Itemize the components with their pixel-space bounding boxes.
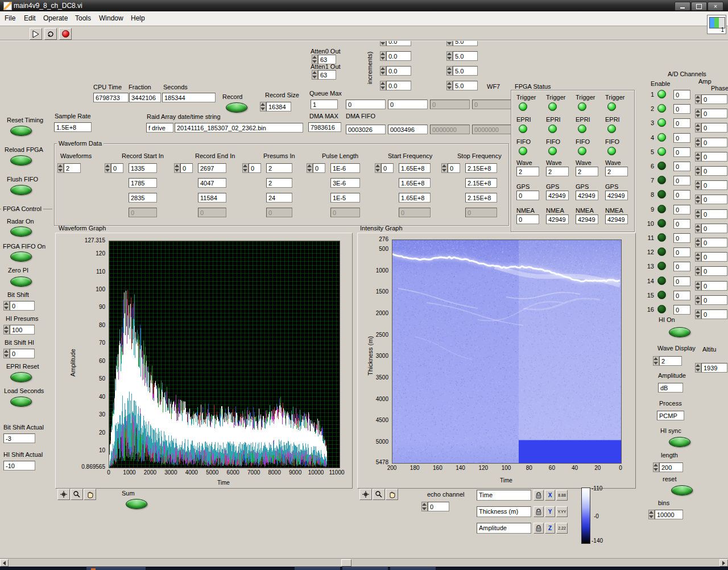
partial-right-increment[interactable]: [446, 81, 453, 90]
column-index-increment[interactable]: [441, 163, 448, 173]
partial-left-increment[interactable]: [380, 41, 386, 46]
ad-phase-field[interactable]: 0: [701, 180, 727, 190]
taskbar-button[interactable]: [390, 567, 436, 570]
ad-phase-field[interactable]: 0: [701, 109, 727, 118]
process-dropdown[interactable]: PCMP: [657, 411, 684, 420]
column-value-field[interactable]: 3E-6: [330, 178, 360, 188]
record-button[interactable]: [226, 102, 247, 113]
ad-phase-increment[interactable]: [695, 238, 701, 247]
ad-phase-field[interactable]: 0: [701, 281, 727, 291]
ad-phase-increment[interactable]: [695, 224, 701, 233]
ad-phase-increment[interactable]: [695, 209, 701, 219]
radar-on-button[interactable]: [10, 226, 32, 237]
bins-field[interactable]: 10000: [655, 510, 683, 519]
scrollbar-thumb[interactable]: [341, 559, 351, 567]
axis-autoscale-button[interactable]: Y: [545, 506, 555, 517]
ad-enable-led[interactable]: [657, 133, 666, 142]
partial-right-increment[interactable]: [446, 41, 453, 46]
ad-enable-led[interactable]: [657, 219, 666, 228]
column-value-field[interactable]: 4047: [198, 178, 226, 188]
column-value-field[interactable]: 1E-6: [330, 163, 360, 173]
ad-phase-field[interactable]: 0: [701, 138, 727, 147]
reset-button[interactable]: [671, 485, 693, 495]
partial-left-increment[interactable]: [380, 81, 386, 90]
taskbar-button[interactable]: [86, 567, 146, 570]
column-value-field[interactable]: 2697: [198, 163, 226, 173]
ad-phase-increment[interactable]: [695, 281, 701, 291]
ad-phase-increment[interactable]: [695, 152, 701, 162]
bit-shift-hi-increment[interactable]: [3, 349, 10, 358]
axis-name-field[interactable]: Thickness (m): [477, 506, 531, 517]
ad-phase-increment[interactable]: [695, 195, 701, 204]
zero-pi-button[interactable]: [10, 276, 32, 287]
ad-phase-field[interactable]: 0: [701, 309, 727, 319]
column-value-field[interactable]: 1E-5: [330, 193, 360, 203]
axis-autoscale-button[interactable]: Z: [545, 523, 555, 534]
menu-window[interactable]: Window: [99, 14, 123, 22]
column-value-field[interactable]: 11584: [198, 193, 226, 203]
record-size-field[interactable]: 16384: [266, 102, 291, 111]
column-index-increment[interactable]: [375, 163, 381, 173]
ad-enable-led[interactable]: [657, 90, 666, 98]
column-index-field[interactable]: 0: [111, 163, 123, 173]
column-index-increment[interactable]: [242, 163, 249, 173]
length-increment[interactable]: [653, 462, 659, 472]
intensity-crosshair-tool-button[interactable]: [359, 489, 372, 500]
hi-presums-increment[interactable]: [3, 325, 10, 334]
ad-enable-led[interactable]: [657, 233, 666, 242]
ad-phase-increment[interactable]: [695, 166, 701, 176]
ad-enable-led[interactable]: [657, 276, 666, 285]
reload-fpga-button[interactable]: [10, 155, 32, 166]
partial-left-increment[interactable]: [380, 66, 386, 76]
fpga-fifo-on-button[interactable]: [10, 251, 32, 262]
waveform-plot-canvas[interactable]: [109, 241, 340, 468]
ad-phase-increment[interactable]: [695, 266, 701, 276]
intensity-plot-canvas[interactable]: [392, 239, 622, 464]
ad-phase-field[interactable]: 0: [701, 195, 727, 204]
ad-phase-field[interactable]: 0: [701, 224, 727, 233]
taskbar-button[interactable]: [342, 567, 388, 570]
waveforms-field[interactable]: 2: [64, 163, 81, 173]
hi-presums-field[interactable]: 100: [10, 325, 35, 334]
partial-left-field[interactable]: 0.0: [386, 51, 411, 61]
ad-phase-field[interactable]: 0: [701, 295, 727, 305]
column-value-field[interactable]: 1785: [129, 178, 157, 188]
column-value-field[interactable]: 1.65E+8: [399, 193, 431, 203]
ad-phase-field[interactable]: 0: [701, 152, 727, 162]
partial-right-increment[interactable]: [446, 51, 453, 61]
ad-enable-led[interactable]: [657, 305, 666, 313]
ad-phase-field[interactable]: 0: [701, 238, 727, 247]
axis-lock-button[interactable]: [533, 490, 544, 501]
echo-channel-increment[interactable]: [421, 502, 428, 511]
axis-format-button[interactable]: Y.YY: [556, 506, 568, 517]
waveform-pan-tool-button[interactable]: [84, 489, 96, 500]
bit-shift-field[interactable]: 0: [10, 301, 35, 311]
bit-shift-hi-field[interactable]: 0: [10, 349, 35, 358]
partial-left-field[interactable]: 0.0: [386, 81, 411, 90]
column-index-field[interactable]: 0: [180, 163, 193, 173]
partial-left-field[interactable]: 0.0: [386, 41, 411, 46]
ad-phase-increment[interactable]: [695, 109, 701, 118]
sample-rate-field[interactable]: 1.5E+8: [54, 122, 92, 132]
ad-enable-led[interactable]: [657, 162, 666, 170]
length-field[interactable]: 200: [659, 462, 683, 472]
column-value-field[interactable]: 2.15E+8: [465, 163, 497, 173]
partial-right-field[interactable]: 5.0: [453, 51, 478, 61]
column-index-field[interactable]: 0: [313, 163, 325, 173]
ad-enable-led[interactable]: [657, 176, 666, 184]
partial-right-field[interactable]: 5.0: [453, 81, 478, 90]
column-value-field[interactable]: 1.65E+8: [399, 163, 431, 173]
ad-phase-field[interactable]: 0: [701, 166, 727, 176]
ad-enable-led[interactable]: [657, 262, 666, 270]
ad-phase-increment[interactable]: [695, 138, 701, 147]
column-index-field[interactable]: 0: [448, 163, 460, 173]
waveform-crosshair-tool-button[interactable]: [57, 489, 70, 500]
run-button[interactable]: [30, 28, 42, 40]
intensity-colorbar[interactable]: [581, 488, 590, 544]
column-value-field[interactable]: 1.65E+8: [399, 178, 431, 188]
hi-on-button[interactable]: [669, 327, 690, 337]
menu-help[interactable]: Help: [131, 14, 145, 22]
column-index-field[interactable]: 0: [249, 163, 261, 173]
ad-phase-field[interactable]: 0: [701, 94, 727, 104]
intensity-pan-tool-button[interactable]: [386, 489, 398, 500]
